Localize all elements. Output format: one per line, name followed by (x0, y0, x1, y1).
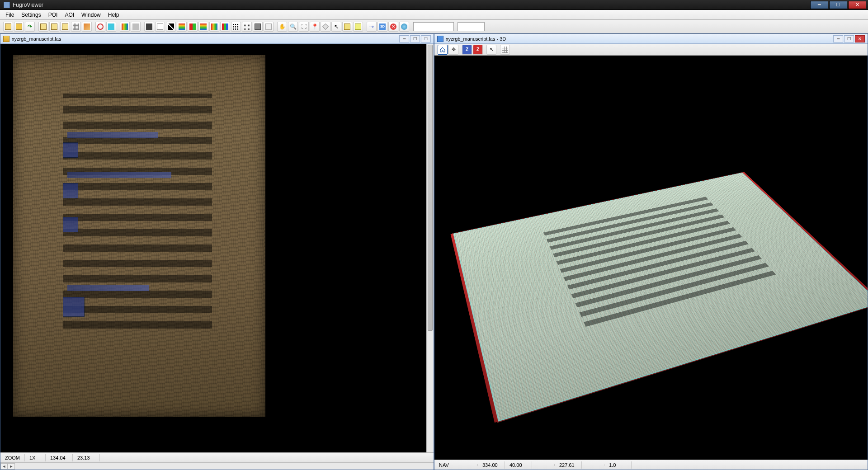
rgb-ramp-2-button[interactable] (209, 22, 219, 32)
export-button[interactable] (60, 22, 70, 32)
status-3d-v1: 334.00 (478, 461, 505, 469)
status-x: 134.04 (46, 454, 73, 461)
app-icon (4, 2, 10, 8)
menu-aoi[interactable]: AOI (61, 11, 78, 19)
pane-3d-titlebar[interactable]: xyzrgb_manuscript.las - 3D ━ ❐ ✕ (434, 34, 868, 44)
home-3d-button[interactable] (438, 45, 448, 55)
close-button[interactable]: ✕ (848, 1, 866, 9)
view-2d[interactable] (0, 44, 434, 452)
dark-ramp-button[interactable] (144, 22, 154, 32)
elevation-ramp-button[interactable] (177, 22, 187, 32)
menu-window[interactable]: Window (78, 11, 104, 19)
pane-2d: xyzrgb_manuscript.las ━ ❐ ☐ (0, 33, 434, 470)
grey-ramp-button[interactable] (131, 22, 141, 32)
manuscript-3d-render (453, 173, 868, 422)
open-file-button[interactable] (3, 22, 13, 32)
scrollbar-horizontal[interactable]: ◄ ► (0, 462, 434, 470)
pick-button[interactable]: ↖ (331, 22, 341, 32)
rgb-ramp-button[interactable] (198, 22, 208, 32)
color-ramp-button[interactable] (120, 22, 130, 32)
scrollbar-vertical[interactable] (426, 44, 434, 452)
pane-2d-restore[interactable]: ❐ (410, 35, 420, 42)
grid-button[interactable] (71, 22, 81, 32)
tile-button[interactable] (253, 22, 263, 32)
view-3d[interactable] (434, 56, 868, 460)
pan-button[interactable]: ✋ (277, 22, 287, 32)
workspace: xyzrgb_manuscript.las ━ ❐ ☐ (0, 33, 868, 470)
rgb-bars-button[interactable] (220, 22, 230, 32)
cube-3d-icon (437, 36, 443, 42)
pane-2d-title: xyzrgb_manuscript.las (12, 36, 61, 42)
select-3d-button[interactable]: ↖ (486, 45, 496, 55)
pane-3d-toolbar: ✥ Z Z ↖ (434, 44, 868, 56)
bw-button[interactable] (155, 22, 165, 32)
zoom-box-button[interactable]: ⛶ (299, 22, 309, 32)
minimize-button[interactable]: ━ (810, 1, 828, 9)
ruler-button[interactable] (342, 22, 352, 32)
measure-button[interactable] (353, 22, 363, 32)
globe-button[interactable] (399, 22, 409, 32)
status-y: 23.13 (73, 454, 100, 461)
save-button[interactable] (38, 22, 48, 32)
scroll-right-arrow[interactable]: ► (8, 463, 15, 470)
pane-3d-restore[interactable]: ❐ (844, 35, 854, 42)
redo-button[interactable]: ↷ (25, 22, 35, 32)
menu-poi[interactable]: POI (45, 11, 61, 19)
pane-3d-minimize[interactable]: ━ (833, 35, 843, 42)
status-3d-v2: 40.00 (505, 461, 532, 469)
pane-2d-minimize[interactable]: ━ (399, 35, 409, 42)
pane-2d-statusbar: ZOOM 1X 134.04 23.13 (0, 452, 434, 462)
point-density-button[interactable] (231, 22, 241, 32)
target-button[interactable] (95, 22, 105, 32)
main-toolbar: ↷ ✋ 🔍 ⛶ 📍 ↖ ⇢ 3D (0, 20, 868, 33)
titlebar: FugroViewer ━ ☐ ✕ (0, 0, 868, 10)
rg-ramp-button[interactable] (188, 22, 198, 32)
pane-3d-statusbar: NAV 334.00 40.00 227.61 1.0 (434, 460, 868, 470)
toolbar-input-a[interactable] (413, 22, 454, 31)
z-up-button[interactable]: Z (473, 45, 483, 55)
marker-button[interactable] (321, 22, 330, 32)
clip-button[interactable] (106, 22, 116, 32)
pane-3d-title: xyzrgb_manuscript.las - 3D (446, 36, 506, 42)
pin-button[interactable]: 📍 (310, 22, 320, 32)
pane-2d-titlebar[interactable]: xyzrgb_manuscript.las ━ ❐ ☐ (0, 34, 434, 44)
menu-help[interactable]: Help (104, 11, 123, 19)
options-button[interactable] (264, 22, 274, 32)
link-button[interactable]: ⇢ (367, 22, 377, 32)
open-folder-button[interactable] (14, 22, 24, 32)
menu-file[interactable]: File (2, 11, 18, 19)
maximize-button[interactable]: ☐ (829, 1, 847, 9)
dense-points-button[interactable] (242, 22, 252, 32)
grid-3d-button[interactable] (500, 45, 510, 55)
contrast-button[interactable] (166, 22, 176, 32)
document-icon (3, 36, 9, 42)
status-zoom: 1X (25, 454, 46, 461)
toolbar-input-b[interactable] (458, 22, 485, 31)
status-mode: ZOOM (0, 454, 25, 461)
scroll-left-arrow[interactable]: ◄ (0, 463, 8, 470)
pane-3d-close[interactable]: ✕ (855, 35, 865, 42)
cancel-button[interactable]: ✕ (388, 22, 398, 32)
menu-settings[interactable]: Settings (18, 11, 44, 19)
manuscript-2d-render (13, 55, 265, 417)
3d-button[interactable]: 3D (377, 22, 387, 32)
status-3d-mode: NAV (434, 461, 455, 469)
pane-2d-maximize[interactable]: ☐ (421, 35, 431, 42)
app-title: FugroViewer (13, 2, 43, 8)
status-3d-v4: 1.0 (604, 461, 632, 469)
menubar: File Settings POI AOI Window Help (0, 10, 868, 20)
save-as-button[interactable] (49, 22, 59, 32)
layers-button[interactable] (82, 22, 92, 32)
z-down-button[interactable]: Z (462, 45, 472, 55)
status-3d-v3: 227.61 (555, 461, 582, 469)
pane-3d: xyzrgb_manuscript.las - 3D ━ ❐ ✕ ✥ Z Z ↖ (434, 33, 868, 470)
pick-3d-button[interactable]: ✥ (448, 45, 458, 55)
zoom-in-button[interactable]: 🔍 (288, 22, 298, 32)
